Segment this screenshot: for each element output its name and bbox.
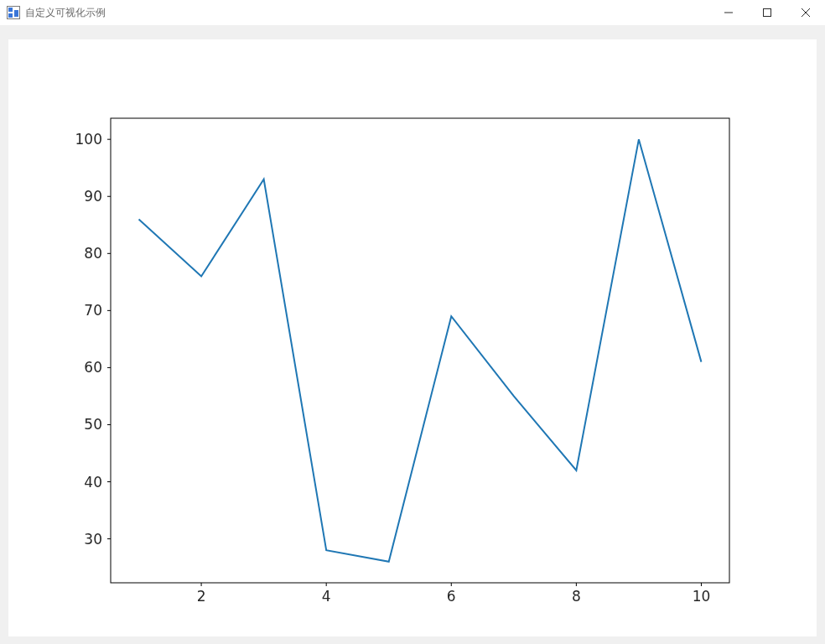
x-axis: 246810	[197, 583, 711, 605]
svg-rect-1	[8, 8, 13, 12]
plot-border	[111, 118, 729, 583]
x-tick-label: 10	[693, 588, 711, 605]
x-tick-label: 2	[197, 588, 206, 605]
window-title: 自定义可视化示例	[25, 6, 106, 20]
y-tick-label: 90	[84, 188, 102, 205]
y-axis: 30405060708090100	[75, 131, 111, 547]
svg-rect-5	[764, 9, 771, 17]
y-tick-label: 100	[75, 131, 102, 148]
app-icon	[7, 6, 20, 19]
y-tick-label: 70	[84, 302, 102, 319]
figure-canvas: 24681030405060708090100	[8, 39, 817, 636]
y-tick-label: 50	[84, 416, 102, 433]
window-titlebar: 自定义可视化示例	[0, 0, 825, 26]
y-tick-label: 30	[84, 531, 102, 548]
x-tick-label: 8	[572, 588, 581, 605]
line-chart: 24681030405060708090100	[8, 39, 817, 636]
window-maximize-button[interactable]	[748, 0, 786, 25]
client-area: 24681030405060708090100	[0, 26, 825, 644]
x-tick-label: 6	[447, 588, 456, 605]
maximize-icon	[763, 8, 771, 17]
svg-rect-2	[8, 13, 13, 18]
data-series-line	[139, 139, 702, 562]
y-tick-label: 40	[84, 474, 102, 491]
minimize-icon	[724, 8, 733, 17]
x-tick-label: 4	[322, 588, 331, 605]
svg-rect-3	[14, 10, 18, 17]
window-minimize-button[interactable]	[709, 0, 748, 25]
y-tick-label: 60	[84, 359, 102, 376]
close-icon	[802, 8, 810, 17]
y-tick-label: 80	[84, 245, 102, 262]
window-close-button[interactable]	[786, 0, 825, 25]
